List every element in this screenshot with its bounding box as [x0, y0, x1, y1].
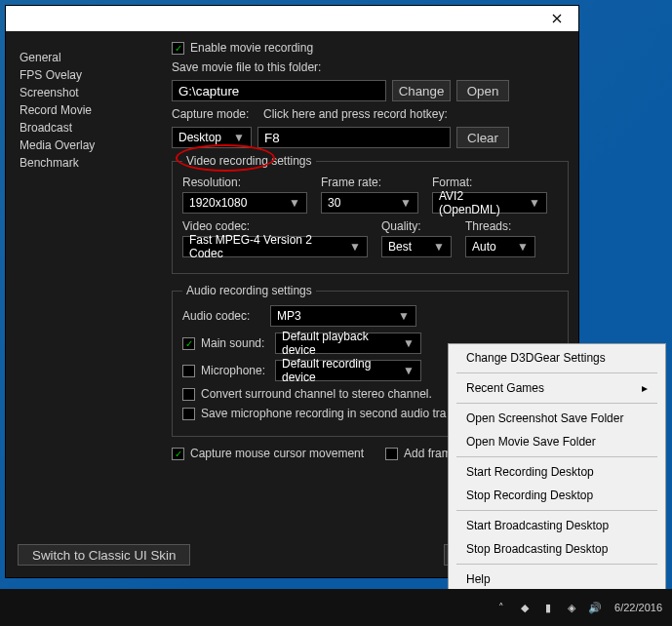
change-button[interactable]: Change: [392, 80, 451, 101]
microphone-value: Default recording device: [282, 357, 397, 384]
caret-down-icon: ▼: [433, 240, 445, 254]
microphone-label: Microphone:: [201, 364, 269, 377]
close-button[interactable]: [534, 6, 578, 31]
capture-cursor-checkbox[interactable]: [172, 448, 184, 460]
cm-open-movie-folder[interactable]: Open Movie Save Folder: [451, 430, 663, 453]
threads-value: Auto: [472, 240, 496, 254]
save-mic-second-checkbox[interactable]: [182, 408, 195, 420]
tray-battery-icon[interactable]: ▮: [540, 600, 556, 615]
cm-separator: [456, 510, 657, 511]
caret-down-icon: ▼: [233, 131, 245, 144]
save-folder-label: Save movie file to this folder:: [172, 60, 321, 74]
tray-network-icon[interactable]: ◈: [564, 600, 579, 615]
cm-start-recording[interactable]: Start Recording Desktop: [451, 460, 663, 484]
cm-start-broadcasting[interactable]: Start Broadcasting Desktop: [451, 514, 663, 537]
classic-skin-button[interactable]: Switch to Classic UI Skin: [18, 544, 190, 566]
microphone-checkbox[interactable]: [182, 365, 195, 377]
video-settings-legend: Video recording settings: [182, 154, 316, 168]
caret-down-icon: ▼: [529, 196, 540, 210]
format-label: Format:: [432, 176, 547, 189]
cm-stop-recording[interactable]: Stop Recording Desktop: [451, 484, 663, 507]
enable-movie-label: Enable movie recording: [190, 41, 313, 55]
codec-label: Video codec:: [182, 219, 368, 233]
cm-separator: [456, 564, 657, 565]
convert-surround-label: Convert surround channel to stereo chann…: [201, 387, 432, 401]
sidebar-item-fps-overlay[interactable]: FPS Ovelay: [16, 66, 157, 84]
caret-down-icon: ▼: [517, 240, 529, 254]
sidebar-item-record-movie[interactable]: Record Movie: [16, 101, 157, 119]
threads-select[interactable]: Auto▼: [465, 236, 535, 257]
quality-select[interactable]: Best▼: [381, 236, 452, 257]
main-sound-checkbox[interactable]: [182, 337, 195, 350]
main-sound-label: Main sound:: [201, 336, 269, 350]
cm-help[interactable]: Help: [451, 567, 663, 591]
caret-down-icon: ▼: [289, 196, 300, 210]
caret-down-icon: ▼: [400, 196, 412, 210]
resolution-value: 1920x1080: [189, 196, 247, 210]
capture-mode-value: Desktop: [178, 131, 221, 144]
tray-chevron-icon[interactable]: ˄: [494, 600, 509, 615]
capture-cursor-label: Capture mouse cursor movement: [190, 447, 364, 460]
quality-value: Best: [388, 240, 412, 254]
capture-mode-select[interactable]: Desktop▼: [172, 127, 252, 148]
codec-value: Fast MPEG-4 Version 2 Codec: [189, 233, 343, 260]
cm-separator: [456, 456, 657, 457]
audio-settings-legend: Audio recording settings: [182, 284, 316, 297]
caret-down-icon: ▼: [403, 336, 415, 350]
cm-separator: [456, 372, 657, 373]
cm-change-settings[interactable]: Change D3DGear Settings: [451, 346, 663, 370]
tray-app-icon[interactable]: ◆: [517, 600, 533, 615]
main-sound-value: Default playback device: [282, 330, 397, 357]
cm-stop-broadcasting[interactable]: Stop Broadcasting Desktop: [451, 537, 663, 561]
framerate-label: Frame rate:: [321, 176, 418, 189]
video-settings-group: Video recording settings Resolution: 192…: [172, 154, 569, 274]
caret-down-icon: ▼: [349, 240, 361, 254]
resolution-select[interactable]: 1920x1080▼: [182, 192, 307, 214]
cm-open-screenshot-folder[interactable]: Open Screenshot Save Folder: [451, 407, 663, 430]
clear-button[interactable]: Clear: [456, 127, 509, 148]
submenu-arrow-icon: ▸: [642, 381, 648, 395]
audio-codec-label: Audio codec:: [182, 309, 264, 323]
hotkey-hint-label: Click here and press record hotkey:: [263, 107, 448, 121]
taskbar: ˄ ◆ ▮ ◈ 🔊 . 6/22/2016: [0, 589, 672, 626]
audio-codec-value: MP3: [277, 309, 301, 323]
format-value: AVI2 (OpenDML): [439, 189, 523, 216]
taskbar-date: 6/22/2016: [614, 602, 662, 613]
audio-codec-select[interactable]: MP3▼: [270, 305, 416, 327]
add-frame-label: Add fram: [404, 447, 452, 460]
sidebar-item-benchmark[interactable]: Benchmark: [16, 154, 157, 172]
cm-separator: [456, 403, 657, 404]
tray-context-menu: Change D3DGear Settings Recent Games▸ Op…: [448, 343, 666, 617]
caret-down-icon: ▼: [398, 309, 410, 323]
framerate-select[interactable]: 30▼: [321, 192, 418, 214]
save-mic-second-label: Save microphone recording in second audi…: [201, 407, 446, 420]
codec-select[interactable]: Fast MPEG-4 Version 2 Codec▼: [182, 236, 368, 257]
main-sound-select[interactable]: Default playback device▼: [275, 333, 421, 354]
sidebar-item-screenshot[interactable]: Screenshot: [16, 84, 157, 101]
sidebar-item-general[interactable]: General: [16, 49, 157, 66]
cm-recent-games[interactable]: Recent Games▸: [451, 376, 663, 400]
titlebar: [6, 6, 578, 31]
open-button[interactable]: Open: [456, 80, 509, 101]
framerate-value: 30: [328, 196, 340, 210]
quality-label: Quality:: [381, 219, 452, 233]
sidebar-item-media-overlay[interactable]: Media Overlay: [16, 137, 157, 154]
threads-label: Threads:: [465, 219, 535, 233]
capture-mode-label: Capture mode:: [172, 107, 257, 121]
taskbar-clock[interactable]: . 6/22/2016: [611, 602, 666, 613]
add-frame-checkbox[interactable]: [385, 448, 398, 460]
save-folder-input[interactable]: [172, 80, 386, 101]
sidebar: General FPS Ovelay Screenshot Record Mov…: [16, 41, 157, 532]
format-select[interactable]: AVI2 (OpenDML)▼: [432, 192, 547, 214]
convert-surround-checkbox[interactable]: [182, 388, 195, 401]
resolution-label: Resolution:: [182, 176, 307, 189]
caret-down-icon: ▼: [403, 364, 415, 377]
enable-movie-checkbox[interactable]: [172, 42, 184, 55]
sidebar-item-broadcast[interactable]: Broadcast: [16, 119, 157, 137]
hotkey-input[interactable]: [257, 127, 451, 148]
tray-volume-icon[interactable]: 🔊: [587, 600, 603, 615]
microphone-select[interactable]: Default recording device▼: [275, 360, 421, 381]
